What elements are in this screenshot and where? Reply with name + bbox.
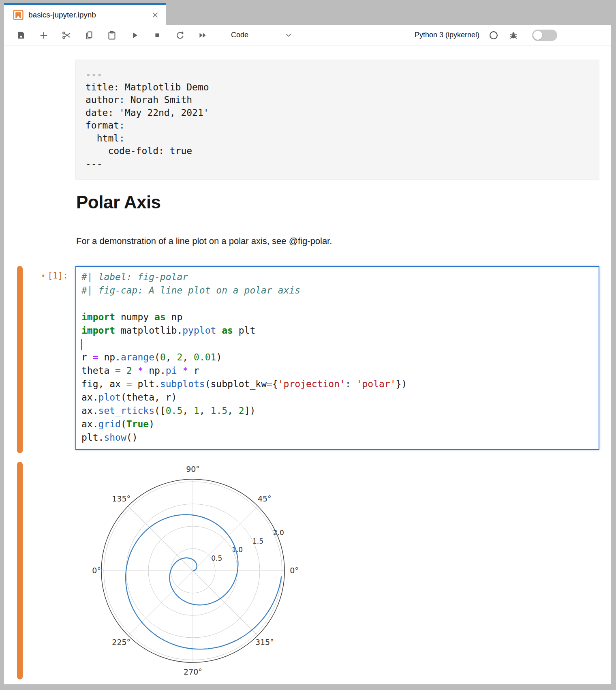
polar-plot-output: 0.51.01.52.00°45°90°135°180°225°270°315° bbox=[92, 463, 302, 678]
debugger-button[interactable] bbox=[509, 30, 518, 40]
cell-type-dropdown[interactable]: Code bbox=[231, 31, 293, 39]
code-line: r = np.arange(0, 2, 0.01) bbox=[81, 351, 599, 364]
restart-icon bbox=[175, 30, 185, 40]
svg-text:225°: 225° bbox=[112, 638, 130, 647]
jupyterlab-window: basics-jupyter.ipynb bbox=[4, 3, 611, 684]
polar-chart: 0.51.01.52.00°45°90°135°180°225°270°315° bbox=[92, 463, 302, 678]
stop-icon bbox=[153, 31, 162, 40]
notebook-tab[interactable]: basics-jupyter.ipynb bbox=[4, 3, 166, 25]
raw-line: date: 'May 22nd, 2021' bbox=[86, 107, 599, 120]
svg-text:1.0: 1.0 bbox=[232, 546, 243, 554]
tab-bar: basics-jupyter.ipynb bbox=[4, 3, 611, 25]
raw-line: author: Norah Smith bbox=[86, 94, 599, 107]
execution-count-prompt: •[1]: bbox=[16, 271, 68, 281]
paste-cells-button[interactable] bbox=[107, 30, 117, 40]
cut-cells-button[interactable] bbox=[62, 30, 71, 40]
code-line: ax.plot(theta, r) bbox=[81, 391, 599, 404]
plus-icon bbox=[39, 30, 49, 40]
code-line: import matplotlib.pyplot as plt bbox=[81, 324, 599, 337]
cell-type-value: Code bbox=[231, 31, 248, 39]
bug-icon bbox=[509, 30, 518, 40]
raw-line: format: bbox=[86, 119, 599, 132]
interrupt-kernel-button[interactable] bbox=[152, 30, 162, 40]
code-line: ax.set_rticks([0.5, 1, 1.5, 2]) bbox=[81, 404, 599, 418]
code-line: #| label: fig-polar bbox=[81, 270, 599, 284]
kernel-name[interactable]: Python 3 (ipykernel) bbox=[415, 31, 479, 39]
svg-text:315°: 315° bbox=[255, 638, 274, 647]
code-line: plt.show() bbox=[81, 431, 599, 444]
restart-run-all-button[interactable] bbox=[198, 30, 207, 40]
raw-line: --- bbox=[86, 68, 599, 81]
svg-text:180°: 180° bbox=[92, 566, 101, 575]
save-icon bbox=[17, 31, 26, 40]
toolbar-right-group: Python 3 (ipykernel) bbox=[415, 30, 611, 41]
code-line: ax.grid(True) bbox=[81, 418, 599, 431]
raw-line: html: bbox=[86, 132, 599, 145]
svg-text:0.5: 0.5 bbox=[211, 554, 222, 562]
save-button[interactable] bbox=[16, 30, 26, 40]
raw-frontmatter-cell[interactable]: ---title: Matplotlib Demoauthor: Norah S… bbox=[75, 60, 599, 180]
copy-cells-button[interactable] bbox=[84, 30, 94, 40]
svg-text:0°: 0° bbox=[290, 566, 299, 575]
svg-text:1.5: 1.5 bbox=[252, 537, 263, 545]
raw-line: code-fold: true bbox=[86, 145, 599, 158]
notebook-content: ---title: Matplotlib Demoauthor: Norah S… bbox=[4, 45, 611, 684]
output-collapser-bar[interactable] bbox=[17, 462, 23, 679]
insert-cell-button[interactable] bbox=[39, 30, 49, 40]
tab-title: basics-jupyter.ipynb bbox=[28, 11, 151, 19]
code-line bbox=[81, 337, 599, 351]
run-cell-button[interactable] bbox=[130, 30, 139, 40]
code-line bbox=[81, 297, 599, 311]
run-icon bbox=[130, 31, 139, 40]
svg-text:45°: 45° bbox=[258, 494, 272, 503]
svg-text:90°: 90° bbox=[186, 465, 200, 474]
kernel-status-indicator[interactable] bbox=[488, 30, 499, 41]
svg-text:270°: 270° bbox=[184, 667, 202, 676]
code-editor[interactable]: #| label: fig-polar#| fig-cap: A line pl… bbox=[75, 266, 599, 450]
markdown-paragraph: For a demonstration of a line plot on a … bbox=[76, 236, 332, 246]
restart-kernel-button[interactable] bbox=[175, 30, 185, 40]
scissors-icon bbox=[62, 30, 71, 41]
copy-icon bbox=[84, 30, 94, 40]
kernel-idle-circle-icon bbox=[488, 30, 499, 41]
input-collapser-bar[interactable] bbox=[17, 266, 23, 453]
toggle-knob bbox=[533, 31, 542, 40]
code-line: import numpy as np bbox=[81, 311, 599, 324]
text-cursor bbox=[81, 339, 82, 350]
markdown-heading: Polar Axis bbox=[76, 192, 161, 212]
fast-forward-icon bbox=[198, 30, 207, 41]
close-icon[interactable] bbox=[151, 11, 160, 19]
code-line: fig, ax = plt.subplots(subplot_kw={'proj… bbox=[81, 377, 599, 391]
raw-line: --- bbox=[86, 158, 599, 171]
paste-icon bbox=[107, 30, 117, 40]
chevron-down-icon bbox=[284, 31, 293, 39]
unsaved-dot: • bbox=[41, 271, 45, 280]
simple-interface-toggle[interactable] bbox=[532, 30, 557, 41]
svg-text:135°: 135° bbox=[112, 494, 130, 503]
svg-text:2.0: 2.0 bbox=[273, 529, 284, 537]
raw-line: title: Matplotlib Demo bbox=[86, 81, 599, 94]
execution-count: [1]: bbox=[47, 271, 68, 281]
notebook-toolbar: Code Python 3 (ipykernel) bbox=[4, 25, 611, 45]
code-line: #| fig-cap: A line plot on a polar axis bbox=[81, 284, 599, 297]
notebook-file-icon bbox=[13, 10, 24, 20]
code-line: theta = 2 * np.pi * r bbox=[81, 364, 599, 377]
